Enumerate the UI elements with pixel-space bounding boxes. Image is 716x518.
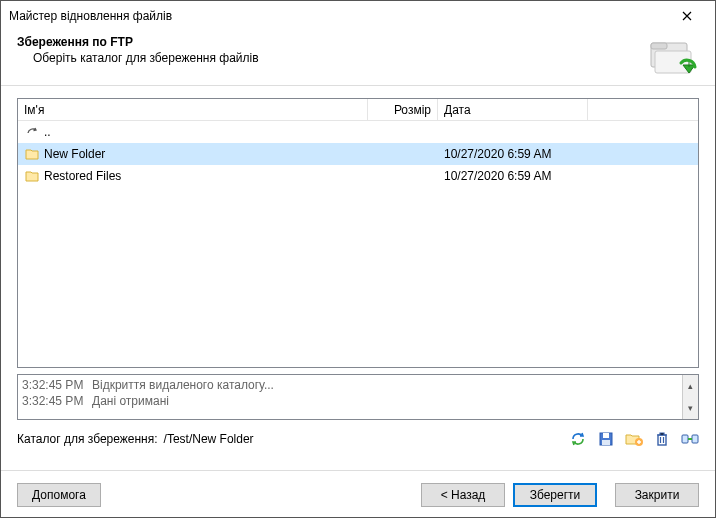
- column-name[interactable]: Ім'я: [18, 99, 368, 120]
- svg-rect-7: [658, 435, 666, 445]
- help-button[interactable]: Допомога: [17, 483, 101, 507]
- window-title: Майстер відновлення файлів: [9, 9, 667, 23]
- page-title: Збереження по FTP: [17, 35, 645, 49]
- column-date[interactable]: Дата: [438, 99, 588, 120]
- log-line: 3:32:45 PMДані отримані: [22, 393, 678, 409]
- list-item[interactable]: Restored Files 10/27/2020 6:59 AM: [18, 165, 698, 187]
- scroll-down-icon[interactable]: ▾: [683, 397, 698, 419]
- close-button[interactable]: Закрити: [615, 483, 699, 507]
- item-date: 10/27/2020 6:59 AM: [438, 147, 588, 161]
- up-label: ..: [42, 125, 368, 139]
- delete-button[interactable]: [653, 430, 671, 448]
- file-list-body[interactable]: .. New Folder 10/27/2020 6:59 AM Restore…: [18, 121, 698, 367]
- up-row[interactable]: ..: [18, 121, 698, 143]
- connection-button[interactable]: [681, 430, 699, 448]
- scroll-up-icon[interactable]: ▴: [683, 375, 698, 397]
- svg-rect-4: [603, 433, 609, 438]
- new-folder-icon: [625, 431, 643, 447]
- list-item[interactable]: New Folder 10/27/2020 6:59 AM: [18, 143, 698, 165]
- column-spacer: [588, 99, 698, 120]
- item-date: 10/27/2020 6:59 AM: [438, 169, 588, 183]
- footer: Допомога < Назад Зберегти Закрити: [1, 471, 715, 518]
- up-icon: [22, 125, 42, 139]
- header-folder-icon: [645, 35, 699, 79]
- item-name: Restored Files: [42, 169, 368, 183]
- log-panel: 3:32:45 PMВідкриття видаленого каталогу.…: [17, 374, 699, 420]
- close-icon: [682, 11, 692, 21]
- toolbar: [569, 430, 699, 448]
- titlebar: Майстер відновлення файлів: [1, 1, 715, 31]
- file-list-header: Ім'я Розмір Дата: [18, 99, 698, 121]
- path-row: Каталог для збереження: /Test/New Folder: [17, 430, 699, 448]
- svg-rect-5: [602, 440, 610, 445]
- trash-icon: [655, 431, 669, 447]
- log-lines: 3:32:45 PMВідкриття видаленого каталогу.…: [18, 375, 682, 419]
- save-icon: [598, 431, 614, 447]
- refresh-button[interactable]: [569, 430, 587, 448]
- item-name: New Folder: [42, 147, 368, 161]
- close-window-button[interactable]: [667, 2, 707, 30]
- svg-rect-9: [692, 435, 698, 443]
- save-button[interactable]: Зберегти: [513, 483, 597, 507]
- column-size[interactable]: Розмір: [368, 99, 438, 120]
- new-folder-button[interactable]: [625, 430, 643, 448]
- page-subtitle: Оберіть каталог для збереження файлів: [17, 51, 645, 65]
- svg-rect-8: [682, 435, 688, 443]
- save-path-value: /Test/New Folder: [164, 432, 254, 446]
- connection-icon: [681, 432, 699, 446]
- refresh-icon: [570, 431, 586, 447]
- folder-icon: [22, 148, 42, 160]
- save-path-label: Каталог для збереження:: [17, 432, 158, 446]
- save-icon-button[interactable]: [597, 430, 615, 448]
- folder-icon: [22, 170, 42, 182]
- log-line: 3:32:45 PMВідкриття видаленого каталогу.…: [22, 377, 678, 393]
- log-scrollbar[interactable]: ▴ ▾: [682, 375, 698, 419]
- file-list: Ім'я Розмір Дата .. New Folder 10/27/202…: [17, 98, 699, 368]
- svg-rect-1: [651, 43, 667, 49]
- back-button[interactable]: < Назад: [421, 483, 505, 507]
- svg-rect-2: [655, 51, 691, 73]
- wizard-header: Збереження по FTP Оберіть каталог для зб…: [1, 31, 715, 85]
